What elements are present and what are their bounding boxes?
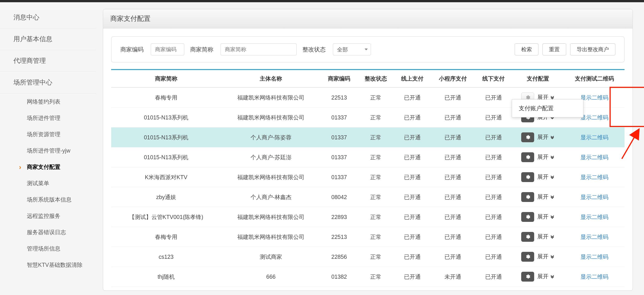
table-row: 01015-N13系列机个人商户-苏廷澎01337正常已开通已开通已开通展开 显…	[111, 148, 624, 167]
expand-toggle[interactable]: 展开	[537, 213, 555, 220]
sidebar-subitem[interactable]: 远程监控服务	[0, 208, 96, 224]
cell-mini: 已开通	[430, 167, 475, 187]
table-row: 春梅专用福建凯米网络科技有限公司22513正常已开通已开通已开通展开 显示二维码	[111, 227, 624, 247]
cell-name: K米海西派对KTV	[111, 167, 221, 187]
merchant-code-input[interactable]	[151, 44, 184, 56]
show-qr-link[interactable]: 显示二维码	[580, 154, 608, 160]
show-qr-link[interactable]: 显示二维码	[580, 114, 608, 120]
table-row: K米海西派对KTV福建凯米网络科技有限公司01337正常已开通已开通已开通展开 …	[111, 167, 624, 187]
sidebar-subitem[interactable]: 管理场所信息	[0, 240, 96, 257]
payment-config-cell: 展开 支付账户配置	[512, 88, 564, 108]
cell-online: 已开通	[394, 167, 431, 187]
sidebar-subitem[interactable]: 网络签约列表	[0, 94, 96, 110]
qr-cell: 显示二维码	[564, 167, 624, 187]
search-button[interactable]: 检索	[515, 44, 538, 56]
cell-online: 已开通	[394, 88, 431, 108]
sidebar-subitem[interactable]: 场所系统版本信息	[0, 192, 96, 208]
payment-config-cell: 展开	[512, 247, 564, 267]
cell-entity: 测试商家	[221, 247, 321, 267]
gear-icon[interactable]	[521, 192, 534, 202]
show-qr-link[interactable]: 显示二维码	[580, 214, 608, 220]
merchant-name-input[interactable]	[220, 44, 296, 56]
sidebar: 消息中心用户基本信息代理商管理场所管理中心网络签约列表场所进件管理场所资源管理场…	[0, 2, 96, 295]
cell-status: 正常	[358, 128, 394, 148]
cell-code: 08042	[321, 187, 358, 207]
column-header: 小程序支付	[430, 70, 475, 88]
panel: 商家支付配置 商家编码 商家简称 整改状态 全部 检索 重置 导出整改商户	[103, 9, 633, 291]
gear-icon[interactable]	[521, 132, 534, 142]
cell-offline: 已开通	[475, 128, 512, 148]
expand-toggle[interactable]: 展开	[537, 193, 555, 200]
gear-icon[interactable]	[521, 172, 534, 182]
show-qr-link[interactable]: 显示二维码	[580, 254, 608, 260]
expand-toggle[interactable]: 展开	[537, 233, 555, 240]
filter-name-label: 商家简称	[190, 46, 214, 54]
column-header: 整改状态	[358, 70, 394, 88]
cell-status: 正常	[358, 167, 394, 187]
expand-toggle[interactable]: 展开	[537, 153, 555, 160]
sidebar-subitem[interactable]: 测试菜单	[0, 175, 96, 192]
cell-status: 正常	[358, 187, 394, 207]
sidebar-item[interactable]: 用户基本信息	[0, 28, 96, 50]
cell-mini: 已开通	[430, 88, 475, 108]
cell-entity: 福建凯米网络科技有限公司	[221, 227, 321, 247]
gear-icon[interactable]	[521, 272, 534, 282]
table-row: 春梅专用福建凯米网络科技有限公司22513正常已开通已开通已开通展开 支付账户配…	[111, 88, 624, 108]
cell-offline: 已开通	[475, 207, 512, 227]
cell-online: 已开通	[394, 148, 431, 167]
cell-code: 01337	[321, 167, 358, 187]
cell-entity: 个人商户-陈姿蓉	[221, 128, 321, 148]
sidebar-subitem[interactable]: 商家支付配置	[0, 159, 96, 175]
gear-icon[interactable]	[521, 252, 534, 262]
cell-name: 春梅专用	[111, 227, 221, 247]
cell-name: 【测试】云管KTV001(陈孝锋)	[111, 207, 221, 227]
gear-icon[interactable]	[521, 212, 534, 222]
qr-cell: 显示二维码	[564, 207, 624, 227]
cell-status: 正常	[358, 267, 394, 287]
table-row: zby通娱个人商户-林鑫杰08042正常已开通已开通已开通展开 显示二维码	[111, 187, 624, 207]
reset-button[interactable]: 重置	[542, 44, 566, 56]
cell-status: 正常	[358, 247, 394, 267]
cell-offline: 已开通	[475, 108, 512, 128]
show-qr-link[interactable]: 显示二维码	[580, 134, 608, 140]
cell-mini: 已开通	[430, 148, 475, 167]
payment-config-cell: 展开	[512, 227, 564, 247]
show-qr-link[interactable]: 显示二维码	[580, 194, 608, 200]
sidebar-subitem[interactable]: 场所资源管理	[0, 126, 96, 142]
sidebar-item[interactable]: 消息中心	[0, 7, 96, 28]
cell-entity: 个人商户-苏廷澎	[221, 148, 321, 167]
cell-offline: 已开通	[475, 267, 512, 287]
expand-toggle[interactable]: 展开	[537, 273, 555, 280]
cell-mini: 未开通	[430, 267, 475, 287]
show-qr-link[interactable]: 显示二维码	[580, 174, 608, 180]
cell-online: 已开通	[394, 227, 431, 247]
cell-mini: 已开通	[430, 227, 475, 247]
sidebar-subitem[interactable]: 场所进件管理	[0, 110, 96, 126]
show-qr-link[interactable]: 显示二维码	[580, 234, 608, 240]
sidebar-subitem[interactable]: 场所进件管理-yjw	[0, 142, 96, 159]
cell-online: 已开通	[394, 247, 431, 267]
status-select[interactable]: 全部	[333, 44, 371, 56]
expand-toggle[interactable]: 展开	[537, 133, 555, 141]
cell-name: 01015-N13系列机	[111, 128, 221, 148]
cell-offline: 已开通	[475, 247, 512, 267]
gear-icon[interactable]	[521, 232, 534, 242]
gear-icon[interactable]	[521, 152, 534, 162]
expand-toggle[interactable]: 展开	[537, 173, 555, 180]
dropdown-item-pay-account[interactable]: 支付账户配置	[512, 100, 583, 117]
sidebar-item[interactable]: 代理商管理	[0, 50, 96, 72]
cell-status: 正常	[358, 148, 394, 167]
cell-entity: 福建凯米网络科技有限公司	[221, 207, 321, 227]
sidebar-subitem[interactable]: 服务器错误日志	[0, 224, 96, 240]
cell-code: 22856	[321, 247, 358, 267]
column-header: 线下支付	[475, 70, 512, 88]
sidebar-item[interactable]: 场所管理中心	[0, 72, 96, 94]
show-qr-link[interactable]: 显示二维码	[580, 94, 608, 101]
sidebar-subitem[interactable]: 智慧KTV基础数据清除	[0, 257, 96, 273]
export-button[interactable]: 导出整改商户	[570, 44, 615, 56]
expand-toggle[interactable]: 展开	[537, 253, 555, 260]
cell-mini: 已开通	[430, 247, 475, 267]
show-qr-link[interactable]: 显示二维码	[580, 274, 608, 280]
cell-name: 01015-N13系列机	[111, 108, 221, 128]
cell-online: 已开通	[394, 187, 431, 207]
